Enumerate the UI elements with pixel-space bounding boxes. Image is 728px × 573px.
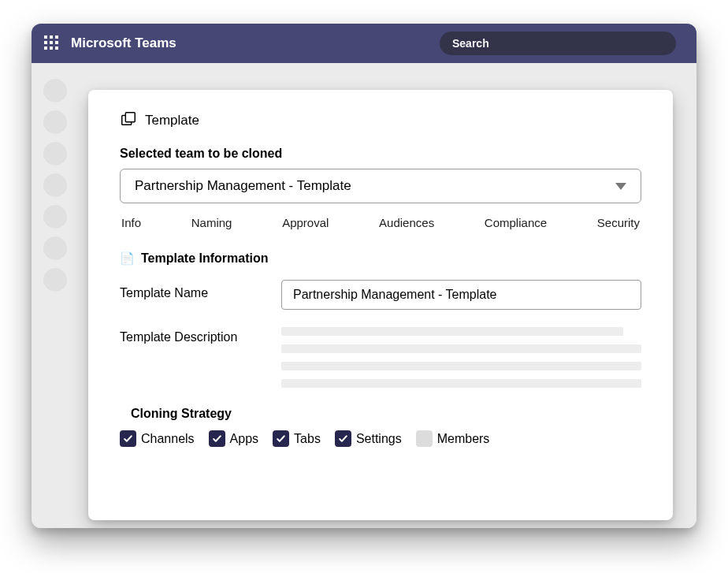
search-box[interactable] (440, 32, 676, 55)
cloning-option-label: Tabs (294, 432, 321, 446)
template-description-input[interactable] (281, 324, 641, 388)
rail-item[interactable] (43, 173, 67, 197)
cloning-option-label: Channels (141, 432, 195, 446)
checkbox-checked-icon (120, 430, 136, 447)
template-name-label: Template Name (120, 280, 281, 300)
panel-header: Template (120, 110, 641, 131)
file-icon: 📄 (120, 251, 135, 266)
rail-item[interactable] (43, 205, 67, 229)
team-select-value: Partnership Management - Template (135, 178, 351, 194)
app-launcher-icon[interactable] (44, 35, 60, 51)
selected-team-label: Selected team to be cloned (120, 147, 641, 161)
rail-item[interactable] (43, 268, 67, 292)
template-panel: Template Selected team to be cloned Part… (88, 90, 673, 520)
cloning-option-tabs[interactable]: Tabs (273, 430, 321, 447)
rail-item[interactable] (43, 110, 67, 134)
app-window: Microsoft Teams Template (32, 24, 696, 528)
template-description-row: Template Description (120, 324, 641, 388)
left-rail (32, 63, 79, 528)
cloning-option-label: Members (437, 432, 490, 446)
cloning-option-members[interactable]: Members (416, 430, 490, 447)
team-select[interactable]: Partnership Management - Template (120, 169, 641, 203)
app-title: Microsoft Teams (71, 35, 176, 51)
cloning-option-label: Settings (356, 432, 402, 446)
rail-item[interactable] (43, 236, 67, 260)
checkbox-unchecked-icon (416, 430, 433, 447)
template-name-input[interactable] (281, 280, 641, 310)
tab-info[interactable]: Info (121, 216, 141, 229)
rail-item[interactable] (43, 142, 67, 166)
checkbox-checked-icon (209, 430, 225, 447)
cloning-option-label: Apps (230, 432, 258, 446)
template-name-row: Template Name (120, 280, 641, 310)
tab-naming[interactable]: Naming (191, 216, 232, 229)
search-input[interactable] (452, 37, 663, 50)
cloning-options: ChannelsAppsTabsSettingsMembers (120, 430, 641, 447)
panel-title: Template (145, 113, 199, 128)
tabs: Info Naming Approval Audiences Complianc… (120, 216, 641, 229)
rail-item[interactable] (43, 79, 67, 102)
cloning-option-channels[interactable]: Channels (120, 430, 195, 447)
template-icon (120, 110, 137, 131)
svg-rect-1 (125, 113, 135, 122)
tab-approval[interactable]: Approval (282, 216, 329, 229)
cloning-strategy-title: Cloning Strategy (131, 407, 641, 421)
checkbox-checked-icon (335, 430, 351, 447)
cloning-option-settings[interactable]: Settings (335, 430, 402, 447)
tab-security[interactable]: Security (597, 216, 640, 229)
tab-audiences[interactable]: Audiences (379, 216, 434, 229)
template-description-label: Template Description (120, 324, 281, 344)
cloning-option-apps[interactable]: Apps (209, 430, 258, 447)
titlebar: Microsoft Teams (32, 24, 696, 63)
tab-compliance[interactable]: Compliance (485, 216, 547, 229)
section-title: Template Information (141, 251, 269, 266)
body-area: Template Selected team to be cloned Part… (32, 63, 696, 528)
checkbox-checked-icon (273, 430, 289, 447)
section-header: 📄 Template Information (120, 251, 641, 266)
chevron-down-icon (615, 183, 626, 190)
